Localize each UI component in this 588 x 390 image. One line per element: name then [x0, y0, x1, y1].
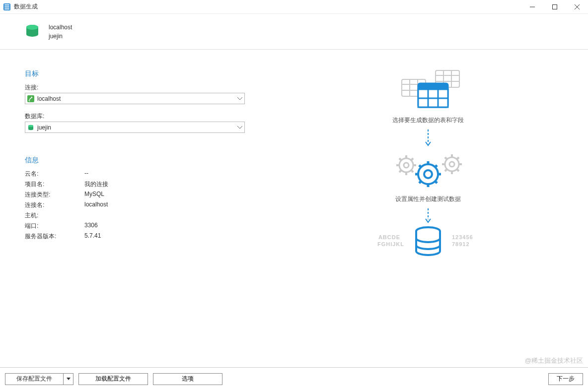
info-label: 连接类型:	[25, 191, 84, 199]
save-profile-button[interactable]: 保存配置文件	[5, 373, 74, 385]
svg-line-48	[445, 169, 447, 171]
svg-point-12	[28, 125, 33, 127]
svg-point-29	[399, 158, 413, 172]
target-section-title: 目标	[25, 69, 268, 78]
info-value: --	[84, 170, 268, 178]
tables-illustration	[391, 69, 465, 114]
svg-rect-2	[4, 6, 9, 7]
svg-point-39	[445, 157, 459, 171]
database-dropdown[interactable]: juejin	[25, 122, 245, 133]
close-button[interactable]	[566, 0, 588, 14]
illustration-caption-1: 选择要生成数据的表和字段	[392, 116, 464, 125]
watermark: @稀土掘金技术社区	[525, 356, 583, 365]
info-label: 云名:	[25, 170, 84, 178]
database-value: juejin	[37, 124, 242, 131]
info-value: 5.7.41	[84, 232, 268, 241]
info-label: 连接名:	[25, 201, 84, 209]
info-label: 端口:	[25, 222, 84, 230]
database-label: 数据库:	[25, 112, 268, 121]
content: 目标 连接: localhost 数据库:	[0, 50, 588, 367]
maximize-button[interactable]	[543, 0, 566, 14]
side-text: FGHIJKL	[377, 241, 404, 247]
connection-value: localhost	[37, 95, 242, 102]
database-illustration: ABCDE FGHIJKL 123456 78912	[373, 224, 483, 264]
svg-point-9	[26, 25, 38, 30]
info-label: 项目名:	[25, 180, 84, 189]
svg-line-38	[399, 170, 401, 172]
svg-line-57	[435, 165, 437, 167]
svg-line-56	[435, 181, 437, 183]
header-host: localhost	[49, 23, 72, 32]
app-icon	[3, 3, 11, 11]
svg-rect-3	[4, 8, 9, 9]
load-profile-button[interactable]: 加载配置文件	[78, 373, 148, 385]
svg-line-35	[399, 158, 401, 160]
chevron-down-icon	[237, 97, 242, 100]
database-icon	[24, 23, 41, 40]
header-band: localhost juejin	[0, 14, 588, 50]
arrow-down-icon	[425, 130, 431, 146]
side-text: ABCDE	[378, 234, 400, 240]
svg-rect-1	[4, 4, 9, 5]
svg-line-55	[419, 165, 421, 167]
gears-illustration	[388, 148, 468, 193]
info-label: 服务器版本:	[25, 232, 84, 241]
connection-plug-icon	[27, 95, 34, 102]
titlebar: 数据生成	[0, 0, 588, 14]
left-panel: 目标 连接: localhost 数据库:	[0, 50, 268, 367]
info-value: 3306	[84, 222, 268, 230]
info-value	[84, 211, 268, 220]
svg-point-50	[424, 170, 432, 178]
svg-line-47	[457, 157, 459, 159]
connection-label: 连接:	[25, 83, 268, 92]
next-button[interactable]: 下一步	[548, 373, 583, 385]
svg-line-58	[419, 181, 421, 183]
right-panel: 选择要生成数据的表和字段	[268, 50, 588, 367]
side-text: 123456	[452, 234, 473, 240]
illustration-caption-2: 设置属性并创建测试数据	[395, 195, 461, 203]
info-value: localhost	[84, 201, 268, 209]
dropdown-caret-icon[interactable]	[63, 374, 73, 385]
svg-line-36	[411, 170, 413, 172]
connection-dropdown[interactable]: localhost	[25, 93, 245, 104]
svg-point-40	[449, 162, 454, 167]
svg-rect-5	[552, 5, 557, 9]
svg-line-45	[445, 157, 447, 159]
footer: 保存配置文件 加载配置文件 选项 下一步	[0, 367, 588, 390]
window-title: 数据生成	[14, 2, 38, 11]
arrow-down-icon	[425, 208, 431, 223]
svg-line-46	[457, 169, 459, 171]
info-section-title: 信息	[25, 156, 268, 165]
side-text: 78912	[452, 241, 470, 247]
options-button[interactable]: 选项	[153, 373, 222, 385]
chevron-down-icon	[237, 126, 242, 129]
database-small-icon	[27, 124, 34, 131]
save-profile-label: 保存配置文件	[5, 374, 63, 385]
info-grid: 云名: -- 项目名: 我的连接 连接类型: MySQL 连接名: localh…	[25, 170, 268, 241]
minimize-button[interactable]	[521, 0, 543, 14]
svg-line-37	[411, 158, 413, 160]
header-database: juejin	[49, 32, 72, 41]
info-value: 我的连接	[84, 180, 268, 189]
info-label: 主机:	[25, 211, 84, 220]
svg-point-30	[404, 163, 409, 168]
window-controls	[521, 0, 588, 14]
info-value: MySQL	[84, 191, 268, 199]
